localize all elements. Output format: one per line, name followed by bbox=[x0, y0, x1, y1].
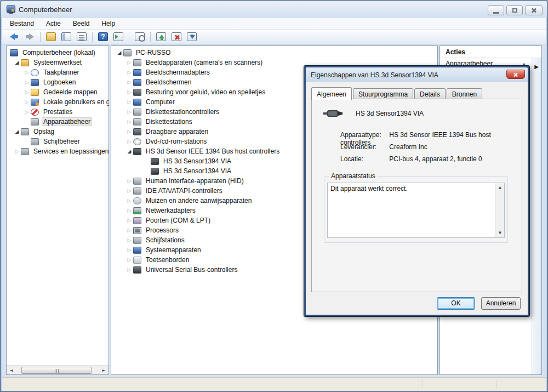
console-tree-toggle-button[interactable] bbox=[60, 31, 73, 43]
chevron-expanded-icon[interactable] bbox=[13, 129, 21, 134]
menubar: Bestand Actie Beeld Help bbox=[2, 18, 546, 30]
dialog-titlebar[interactable]: Eigenschappen van HS 3d Sensor1394 VIA bbox=[306, 67, 528, 82]
close-icon bbox=[512, 71, 519, 78]
chevron-right-icon[interactable] bbox=[23, 79, 31, 85]
menu-help[interactable]: Help bbox=[95, 19, 121, 29]
imaging-device-icon bbox=[133, 59, 141, 66]
firewire-icon bbox=[151, 168, 159, 175]
properties-button[interactable] bbox=[75, 31, 88, 43]
chevron-right-icon[interactable] bbox=[125, 198, 133, 203]
storage-icon bbox=[21, 128, 29, 135]
chevron-right-icon[interactable] bbox=[125, 79, 133, 85]
menu-actie[interactable]: Actie bbox=[40, 19, 67, 29]
disable-device-icon bbox=[187, 32, 197, 41]
computer-icon bbox=[133, 99, 141, 106]
tree-item-taakplanner[interactable]: Taakplanner bbox=[7, 67, 109, 77]
chevron-right-icon[interactable] bbox=[125, 237, 133, 243]
chevron-expanded-icon[interactable] bbox=[13, 60, 21, 65]
menu-bestand[interactable]: Bestand bbox=[4, 19, 40, 29]
device-status-text: Dit apparaat werkt correct. bbox=[330, 185, 408, 192]
chevron-expanded-icon[interactable] bbox=[125, 149, 133, 154]
chevron-right-icon[interactable] bbox=[125, 228, 133, 233]
chevron-right-icon[interactable] bbox=[125, 178, 133, 184]
tree-item-schijfbeheer[interactable]: Schijfbeheer bbox=[7, 137, 109, 146]
titlebar[interactable]: Computerbeheer bbox=[1, 1, 547, 18]
toolbar-separator bbox=[150, 32, 151, 42]
disk-drive-icon bbox=[133, 237, 141, 244]
tree-item-systeemwerkset[interactable]: Systeemwerkset bbox=[7, 58, 109, 67]
chevron-right-icon[interactable] bbox=[125, 218, 133, 223]
chevron-right-icon[interactable] bbox=[23, 109, 31, 115]
expand-pane-icon[interactable]: ▶ bbox=[534, 64, 539, 70]
update-driver-button[interactable] bbox=[155, 31, 168, 43]
dialog-close-button[interactable] bbox=[506, 70, 525, 79]
properties-icon bbox=[77, 32, 87, 41]
tree-item-opslag[interactable]: Opslag bbox=[7, 127, 109, 137]
vertical-scrollbar[interactable]: ▲ ▼ bbox=[495, 183, 504, 237]
ok-button[interactable]: OK bbox=[437, 297, 475, 310]
chevron-right-icon[interactable] bbox=[125, 60, 133, 65]
help-button[interactable]: ? bbox=[96, 31, 110, 43]
scan-hardware-button[interactable] bbox=[133, 31, 146, 43]
chevron-right-icon[interactable] bbox=[13, 149, 21, 154]
back-button[interactable] bbox=[8, 31, 21, 43]
chevron-right-icon[interactable] bbox=[125, 188, 133, 194]
up-folder-button[interactable] bbox=[44, 31, 58, 43]
chevron-right-icon[interactable] bbox=[125, 267, 133, 272]
field-value: Creaform Inc bbox=[389, 143, 427, 151]
tree-item-services[interactable]: Services en toepassingen bbox=[7, 146, 109, 156]
chevron-right-icon[interactable] bbox=[23, 99, 31, 105]
device-status-textbox[interactable]: Dit apparaat werkt correct. ▲ ▼ bbox=[327, 183, 505, 238]
chevron-right-icon[interactable] bbox=[125, 208, 133, 213]
tree-item-lokale-gebruikers[interactable]: Lokale gebruikers en gr bbox=[7, 97, 109, 107]
restore-button[interactable] bbox=[506, 5, 523, 15]
scroll-up-icon[interactable]: ▲ bbox=[495, 183, 505, 192]
horizontal-scrollbar[interactable]: ◄ ► bbox=[7, 365, 109, 374]
disable-device-button[interactable] bbox=[185, 31, 198, 43]
scrollbar-thumb[interactable] bbox=[21, 367, 92, 374]
minimize-button[interactable] bbox=[488, 5, 504, 15]
ide-controller-icon bbox=[133, 188, 141, 195]
chevron-right-icon[interactable] bbox=[125, 247, 133, 253]
scroll-left-icon[interactable]: ◄ bbox=[7, 366, 16, 375]
tab-details[interactable]: Details bbox=[414, 88, 446, 100]
chevron-right-icon[interactable] bbox=[125, 129, 133, 134]
scroll-down-icon[interactable]: ▼ bbox=[495, 229, 505, 237]
mouse-icon bbox=[133, 197, 141, 204]
chevron-right-icon[interactable] bbox=[125, 89, 133, 95]
uninstall-device-icon bbox=[172, 32, 181, 41]
close-icon bbox=[530, 7, 537, 14]
chevron-expanded-icon[interactable] bbox=[116, 50, 123, 55]
forward-button[interactable] bbox=[23, 31, 36, 43]
tree-item-gedeelde-mappen[interactable]: Gedeelde mappen bbox=[7, 87, 109, 97]
action-pane-toggle-button[interactable] bbox=[112, 31, 125, 43]
toolbar: ? bbox=[2, 30, 546, 44]
uninstall-device-button[interactable] bbox=[170, 31, 183, 43]
chevron-right-icon[interactable] bbox=[125, 109, 133, 115]
tree-item-pc-russo[interactable]: PC-RUSSO bbox=[111, 48, 437, 58]
menu-beeld[interactable]: Beeld bbox=[67, 19, 96, 29]
chevron-right-icon[interactable] bbox=[125, 99, 133, 105]
tab-algemeen[interactable]: Algemeen bbox=[311, 87, 352, 100]
actions-panel-title: Acties bbox=[440, 46, 541, 58]
chevron-right-icon[interactable] bbox=[125, 257, 133, 263]
cancel-button[interactable]: Annuleren bbox=[481, 297, 521, 310]
network-adapter-icon bbox=[133, 207, 141, 214]
chevron-right-icon[interactable] bbox=[23, 89, 31, 95]
tree-item-prestaties[interactable]: Prestaties bbox=[7, 107, 109, 117]
close-button[interactable] bbox=[525, 5, 543, 15]
tree-item-apparaatbeheer[interactable]: Apparaatbeheer bbox=[7, 117, 109, 127]
tab-stuurprogramma[interactable]: Stuurprogramma bbox=[353, 88, 413, 100]
chevron-right-icon[interactable] bbox=[125, 139, 133, 144]
chevron-right-icon[interactable] bbox=[125, 119, 133, 124]
tab-bronnen[interactable]: Bronnen bbox=[447, 88, 482, 100]
chevron-right-icon[interactable] bbox=[23, 70, 31, 75]
toolbar-separator bbox=[129, 32, 129, 42]
statusbar-separator bbox=[496, 380, 496, 389]
tree-item-computerbeheer[interactable]: Computerbeheer (lokaal) bbox=[7, 48, 109, 58]
toolbar-separator bbox=[40, 32, 41, 42]
scroll-right-icon[interactable]: ► bbox=[99, 366, 109, 375]
chevron-right-icon[interactable] bbox=[125, 70, 133, 75]
tree-item-logboeken[interactable]: Logboeken bbox=[7, 77, 109, 87]
floppy-drive-icon bbox=[133, 118, 141, 126]
